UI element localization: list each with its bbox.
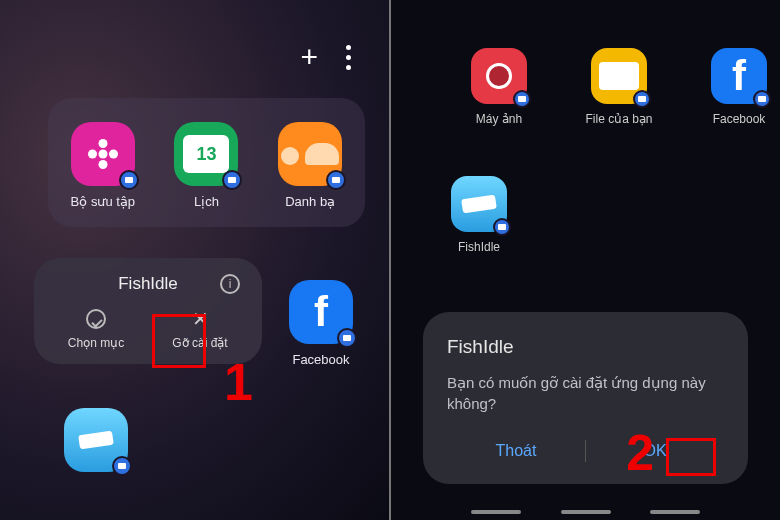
app-calendar[interactable]: 13 Lịch [170, 122, 244, 209]
app-context-menu: FishIdle i Chọn mục ✕ Gỡ cài đặt [34, 258, 262, 364]
home-nav-icon[interactable] [561, 510, 611, 514]
svg-point-3 [88, 150, 97, 159]
folder-top-actions: + [300, 40, 351, 74]
recents-nav-icon[interactable] [471, 510, 521, 514]
app-contacts[interactable]: Danh bạ [273, 122, 347, 209]
secure-folder-badge-icon [119, 170, 139, 190]
app-facebook[interactable]: f Facebook [289, 280, 353, 367]
info-icon[interactable]: i [220, 274, 240, 294]
svg-point-2 [98, 160, 107, 169]
app-files[interactable]: File của bạn [571, 48, 667, 126]
app-label: Danh bạ [285, 194, 335, 209]
app-label: File của bạn [585, 112, 652, 126]
app-fishidle[interactable] [64, 408, 128, 472]
app-camera[interactable]: Máy ảnh [451, 48, 547, 126]
annotation-step-number: 2 [626, 424, 654, 482]
annotation-step-number: 1 [224, 352, 253, 412]
screenshot-step-2: Máy ảnh File của bạn f Facebook FishIdle… [391, 0, 780, 520]
app-label: Bộ sưu tập [71, 194, 135, 209]
screenshot-step-1: + Bộ sưu tập 13 Lịch Danh bạ f [0, 0, 389, 520]
app-folder-grid: Bộ sưu tập 13 Lịch Danh bạ [48, 98, 365, 227]
svg-point-4 [109, 150, 118, 159]
annotation-highlight-box [666, 438, 716, 476]
files-icon [591, 48, 647, 104]
dialog-title: FishIdle [447, 336, 724, 358]
secure-folder-badge-icon [326, 170, 346, 190]
check-circle-icon [85, 308, 107, 330]
app-gallery[interactable]: Bộ sưu tập [66, 122, 140, 209]
app-label: Lịch [194, 194, 219, 209]
svg-point-0 [98, 150, 107, 159]
add-icon[interactable]: + [300, 40, 318, 74]
secure-folder-badge-icon [633, 90, 651, 108]
dialog-message: Bạn có muốn gỡ cài đặt ứng dụng này khôn… [447, 372, 724, 414]
secure-folder-badge-icon [337, 328, 357, 348]
back-nav-icon[interactable] [650, 510, 700, 514]
facebook-icon: f [711, 48, 767, 104]
app-label: Máy ảnh [476, 112, 522, 126]
camera-icon [471, 48, 527, 104]
app-label: FishIdle [458, 240, 500, 254]
more-icon[interactable] [346, 45, 351, 70]
app-label: Facebook [292, 352, 349, 367]
app-facebook[interactable]: f Facebook [691, 48, 780, 126]
svg-point-1 [98, 139, 107, 148]
fishidle-icon [64, 408, 128, 472]
action-label: Chọn mục [68, 336, 124, 350]
secure-folder-badge-icon [753, 90, 771, 108]
facebook-icon: f [289, 280, 353, 344]
context-menu-title: FishIdle [118, 274, 178, 294]
cancel-button[interactable]: Thoát [447, 436, 585, 466]
gallery-icon [71, 122, 135, 186]
app-grid: Máy ảnh File của bạn f Facebook [451, 48, 780, 126]
secure-folder-badge-icon [112, 456, 132, 476]
secure-folder-badge-icon [493, 218, 511, 236]
select-item-action[interactable]: Chọn mục [44, 308, 148, 350]
context-menu-header: FishIdle i [44, 274, 252, 294]
contacts-icon [278, 122, 342, 186]
secure-folder-badge-icon [513, 90, 531, 108]
secure-folder-badge-icon [222, 170, 242, 190]
navigation-bar [471, 510, 700, 514]
app-fishidle[interactable]: FishIdle [451, 176, 507, 254]
annotation-highlight-box [152, 314, 206, 368]
app-label: Facebook [713, 112, 766, 126]
calendar-icon: 13 [174, 122, 238, 186]
fishidle-icon [451, 176, 507, 232]
